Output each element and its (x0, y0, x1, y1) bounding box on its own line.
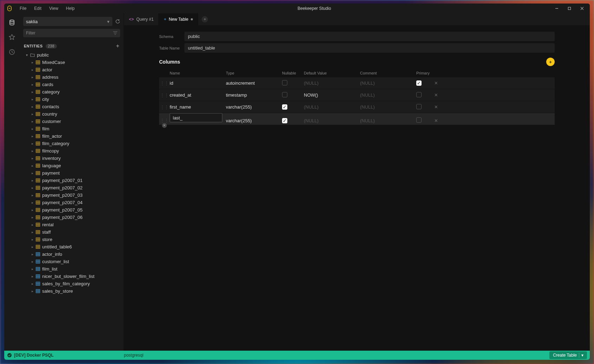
entity-item[interactable]: ▸address (20, 73, 124, 81)
primary-checkbox[interactable] (416, 92, 422, 97)
entity-item[interactable]: ▸payment_p2007_04 (20, 199, 124, 206)
nullable-checkbox[interactable]: ✓ (282, 104, 287, 110)
remove-column-button[interactable]: ✕ (430, 118, 442, 123)
entity-item[interactable]: ▸payment (20, 169, 124, 177)
entity-item[interactable]: ▸film_category (20, 140, 124, 147)
default-value[interactable]: NOW() (304, 92, 360, 98)
column-name[interactable]: id (170, 80, 226, 86)
nullable-checkbox[interactable] (282, 92, 287, 97)
entity-item[interactable]: ▸film_list (20, 265, 124, 273)
entity-item[interactable]: ▸sales_by_film_category (20, 280, 124, 287)
nullable-checkbox[interactable] (282, 80, 287, 85)
tab[interactable]: <>Query #1 (124, 13, 159, 25)
history-icon[interactable] (7, 47, 17, 57)
column-type[interactable]: autoincrement (226, 80, 282, 86)
drag-handle-icon[interactable]: ⋮⋮ (159, 105, 170, 110)
maximize-button[interactable] (563, 4, 576, 13)
schema-name: public (37, 52, 49, 58)
col-hdr-primary: Primary (416, 71, 430, 75)
column-comment[interactable]: (NULL) (360, 92, 416, 98)
schema-field[interactable] (184, 32, 555, 41)
column-name-input[interactable] (170, 113, 222, 122)
database-icon[interactable] (7, 18, 17, 27)
clear-icon[interactable]: ✕ (162, 123, 167, 128)
entity-item[interactable]: ▸film_actor (20, 132, 124, 140)
column-type[interactable]: varchar(255) (226, 118, 282, 123)
entity-item[interactable]: ▸sales_by_store (20, 287, 124, 295)
add-entity-button[interactable]: + (116, 43, 119, 49)
entity-item[interactable]: ▸nicer_but_slower_film_list (20, 273, 124, 280)
remove-column-button[interactable]: ✕ (430, 104, 442, 110)
entity-item[interactable]: ▸payment_p2007_02 (20, 184, 124, 191)
drag-handle-icon[interactable]: ⋮⋮ (159, 81, 170, 86)
menu-help[interactable]: Help (63, 5, 78, 12)
entity-item[interactable]: ▸actor_info (20, 251, 124, 258)
column-name[interactable]: created_at (170, 92, 226, 98)
entity-item[interactable]: ▸payment_p2007_01 (20, 177, 124, 184)
entity-item[interactable]: ▸payment_p2007_05 (20, 206, 124, 214)
minimize-button[interactable] (550, 4, 563, 13)
close-button[interactable] (576, 4, 588, 13)
add-column-button[interactable]: + (546, 58, 555, 66)
col-hdr-type: Type (226, 71, 282, 75)
drag-handle-icon[interactable]: ⋮⋮ (159, 93, 170, 98)
svg-rect-10 (36, 61, 40, 64)
primary-checkbox[interactable]: ✓ (416, 80, 422, 86)
database-select[interactable]: saklia ▾ (23, 17, 112, 26)
default-value[interactable]: (NULL) (304, 104, 360, 110)
primary-checkbox[interactable] (416, 104, 422, 109)
entity-item[interactable]: ▸store (20, 236, 124, 243)
entity-item[interactable]: ▸filmcopy (20, 147, 124, 155)
menu-view[interactable]: View (46, 5, 62, 12)
column-type[interactable]: timestamp (226, 92, 282, 98)
entity-item[interactable]: ▸language (20, 162, 124, 169)
chevron-down-icon[interactable]: ▾ (579, 353, 583, 358)
entity-item[interactable]: ▸category (20, 88, 124, 96)
entity-item[interactable]: ▸staff (20, 228, 124, 236)
new-tab-button[interactable]: + (202, 16, 208, 22)
remove-column-button[interactable]: ✕ (430, 80, 442, 86)
entity-item[interactable]: ▸untitled_table6 (20, 243, 124, 251)
refresh-icon[interactable] (115, 19, 120, 24)
entity-item[interactable]: ▸cards (20, 81, 124, 88)
entity-item[interactable]: ▸film (20, 125, 124, 132)
entity-item[interactable]: ▸country (20, 110, 124, 118)
chevron-right-icon: ▸ (30, 208, 34, 212)
entity-item[interactable]: ▸actor (20, 66, 124, 73)
entity-item[interactable]: ▸contacts (20, 103, 124, 110)
entity-filter-input[interactable]: Filter (23, 29, 120, 37)
entity-item[interactable]: ▸MixedCase (20, 59, 124, 66)
entity-item[interactable]: ▸payment_p2007_03 (20, 191, 124, 199)
column-comment[interactable]: (NULL) (360, 104, 416, 110)
schema-node[interactable]: ▾ public (20, 51, 124, 59)
entity-item[interactable]: ▸customer (20, 118, 124, 125)
entity-item[interactable]: ▸rental (20, 221, 124, 228)
column-comment[interactable]: (NULL) (360, 118, 416, 123)
default-value[interactable]: (NULL) (304, 118, 360, 123)
entity-item[interactable]: ▸customer_list (20, 258, 124, 265)
tablename-field[interactable] (184, 43, 555, 53)
column-comment[interactable]: (NULL) (360, 80, 416, 86)
chevron-right-icon: ▸ (30, 223, 34, 227)
create-table-button[interactable]: Create Table ▾ (549, 351, 587, 359)
entity-item[interactable]: ▸payment_p2007_06 (20, 214, 124, 221)
tab[interactable]: +New Table (159, 13, 198, 25)
nullable-checkbox[interactable]: ✓ (282, 118, 287, 123)
default-value[interactable]: (NULL) (304, 80, 360, 86)
filter-options-icon[interactable] (113, 31, 117, 35)
entity-tree[interactable]: ▾ public ▸MixedCase▸actor▸address▸cards▸… (20, 51, 124, 351)
menu-file[interactable]: File (16, 5, 30, 12)
menu-edit[interactable]: Edit (31, 5, 45, 12)
column-name[interactable]: first_name (170, 104, 226, 110)
view-icon (36, 289, 40, 293)
entity-name: actor_info (42, 252, 62, 257)
entity-item[interactable]: ▸city (20, 96, 124, 103)
primary-checkbox[interactable] (416, 117, 422, 123)
table-icon (36, 68, 40, 72)
entity-item[interactable]: ▸inventory (20, 155, 124, 162)
column-type[interactable]: varchar(255) (226, 104, 282, 110)
remove-column-button[interactable]: ✕ (430, 92, 442, 98)
connection-status[interactable]: [DEV] Docker PSQL (7, 353, 54, 358)
star-icon[interactable] (7, 32, 17, 42)
drag-handle-icon[interactable]: ⋮⋮ (159, 118, 170, 123)
